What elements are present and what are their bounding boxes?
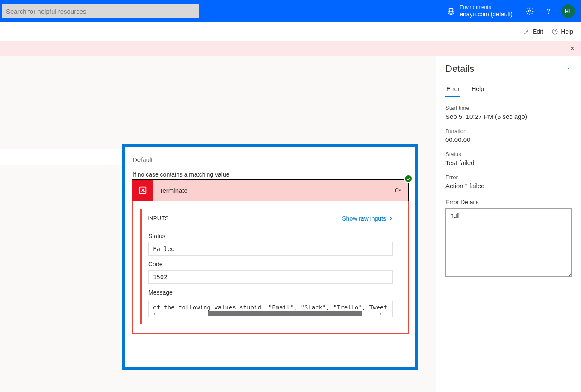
inputs-label: INPUTS: [147, 215, 169, 221]
command-bar: Edit Help: [0, 22, 581, 41]
chevron-right-icon: [388, 215, 394, 221]
status-success-badge: [404, 174, 413, 183]
action-header[interactable]: Terminate 0s: [132, 179, 409, 201]
flow-canvas: Default If no case contains a matching v…: [0, 56, 436, 392]
svg-point-4: [548, 13, 549, 14]
duration-value: 00:00:00: [445, 136, 572, 143]
action-duration: 0s: [388, 187, 408, 194]
message-field-value[interactable]: of the following values stupid: "Email",…: [148, 301, 393, 317]
edit-label: Edit: [533, 28, 543, 35]
environment-picker[interactable]: Environments enayu.com (default): [447, 4, 513, 18]
question-circle-icon: [552, 28, 558, 35]
show-raw-inputs-link[interactable]: Show raw inputs: [342, 215, 394, 222]
banner-close-button[interactable]: ✕: [569, 44, 575, 53]
details-error-label: Error: [445, 174, 572, 180]
details-tabs: Error Help: [445, 82, 572, 97]
flow-card-title: Default: [125, 156, 415, 171]
close-icon: [565, 65, 572, 72]
flow-card[interactable]: Default If no case contains a matching v…: [122, 144, 418, 370]
status-field-value: Failed: [148, 242, 393, 256]
message-field-label: Message: [148, 289, 393, 296]
environment-label: Environments: [460, 4, 513, 10]
notification-banner: ✕: [0, 41, 581, 56]
left-panel-strip: [0, 149, 122, 165]
details-status-label: Status: [445, 151, 572, 157]
help-command-button[interactable]: Help: [552, 28, 573, 35]
tab-error[interactable]: Error: [445, 82, 460, 97]
environment-value: enayu.com (default): [460, 11, 513, 18]
details-status-value: Test failed: [445, 159, 572, 166]
details-title: Details: [445, 63, 474, 74]
settings-button[interactable]: [523, 4, 537, 18]
action-name: Terminate: [153, 187, 388, 194]
duration-label: Duration: [445, 128, 572, 134]
terminate-icon: [132, 180, 153, 201]
check-icon: [406, 177, 411, 181]
status-field-label: Status: [148, 233, 393, 239]
start-time-label: Start time: [445, 105, 572, 111]
details-panel: Details Error Help Start time Sep 5, 10:…: [436, 56, 581, 392]
pencil-icon: [523, 28, 530, 35]
details-close-button[interactable]: [565, 65, 572, 73]
environment-icon: [447, 7, 455, 15]
svg-point-3: [529, 10, 531, 12]
start-time-value: Sep 5, 10:27 PM (5 sec ago): [445, 113, 572, 120]
terminate-action: Terminate 0s INPUTS Show raw inputs: [132, 179, 409, 334]
svg-point-6: [555, 32, 555, 33]
inputs-panel: INPUTS Show raw inputs Status Failed: [140, 209, 400, 324]
question-icon: [544, 7, 553, 15]
help-label: Help: [561, 28, 573, 35]
search-input[interactable]: [2, 4, 199, 18]
error-details-textarea[interactable]: [445, 208, 572, 277]
details-error-value: Action '' failed: [445, 182, 572, 189]
flow-card-subtitle: If no case contains a matching value: [125, 171, 415, 180]
gear-icon: [525, 7, 534, 15]
tab-help[interactable]: Help: [471, 82, 485, 97]
scroll-arrows: ‹›: [152, 311, 383, 317]
error-details-label: Error Details: [445, 199, 572, 206]
code-field-value: 1502: [148, 270, 393, 284]
avatar[interactable]: HL: [561, 4, 575, 18]
code-field-label: Code: [148, 261, 393, 268]
app-header: Environments enayu.com (default) HL: [0, 0, 581, 22]
vertical-scrollbar[interactable]: ˄ ˅: [385, 303, 391, 315]
help-button[interactable]: [542, 4, 555, 18]
edit-button[interactable]: Edit: [523, 28, 543, 35]
